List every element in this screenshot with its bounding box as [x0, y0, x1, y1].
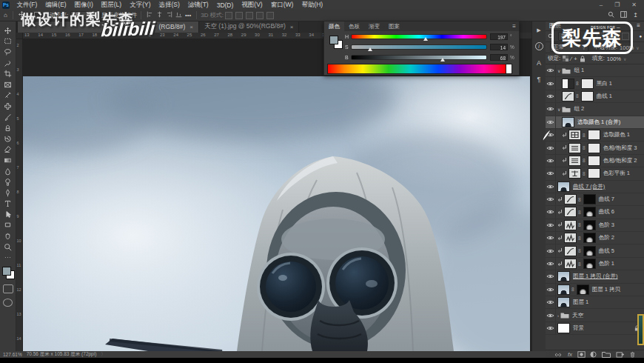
close-tab-icon[interactable]: ×	[290, 24, 294, 30]
workspace-switcher-icon[interactable]	[620, 11, 627, 19]
document-tab-2[interactable]: 天空 (1).jpg @ 50%(RGB/8#) ×	[199, 21, 299, 33]
menu-item-6[interactable]: 选择(S)	[155, 1, 184, 10]
color-panel-tab-3[interactable]: 渐变	[364, 21, 384, 31]
layer-thumbnail[interactable]	[557, 182, 570, 192]
slider-thumb[interactable]	[440, 58, 445, 61]
slider-value[interactable]: 14	[490, 44, 508, 50]
zoom-level-field[interactable]: 127.61%	[3, 352, 22, 357]
visibility-eye-icon[interactable]	[546, 309, 556, 321]
blur-tool[interactable]	[1, 166, 15, 177]
path-selection-tool[interactable]	[1, 209, 15, 220]
visibility-eye-icon[interactable]	[546, 219, 556, 231]
layer-thumbnail[interactable]	[562, 117, 574, 127]
new-adjustment-layer-icon[interactable]	[590, 351, 597, 358]
layer-mask-thumbnail[interactable]	[583, 207, 596, 217]
link-layers-icon[interactable]	[554, 352, 563, 358]
menu-item-11[interactable]: 帮助(H)	[298, 1, 327, 10]
zoom-tool[interactable]	[1, 242, 15, 253]
layer-mask-thumbnail[interactable]	[588, 168, 600, 179]
menu-item-9[interactable]: 视图(V)	[238, 1, 266, 10]
3d-mode-icon[interactable]	[246, 12, 253, 19]
spot-healing-tool[interactable]	[1, 101, 15, 112]
layer-row-4[interactable]: ∨组 2	[546, 103, 644, 116]
slider-thumb[interactable]	[423, 37, 428, 41]
color-panel-menu-icon[interactable]: ≡	[512, 23, 519, 30]
slider-track[interactable]	[351, 34, 487, 39]
more-options-icon[interactable]: •••	[185, 12, 191, 19]
lock-transparent-icon[interactable]	[563, 56, 568, 61]
menu-item-5[interactable]: 文字(Y)	[126, 1, 155, 10]
visibility-eye-icon[interactable]	[546, 296, 556, 308]
layer-mask-thumbnail[interactable]	[588, 143, 600, 153]
layer-row-15[interactable]: 8曲线 5	[546, 244, 644, 257]
layer-row-17[interactable]: 图层 1 拷贝 (合并)	[546, 270, 644, 283]
gas-mask-photo[interactable]	[22, 76, 530, 351]
minimize-button[interactable]: –	[600, 1, 603, 8]
menu-item-3[interactable]: 图像(I)	[70, 1, 97, 10]
3d-mode-icon[interactable]	[235, 12, 243, 19]
color-panel-tab-2[interactable]: 色板	[344, 21, 364, 31]
visibility-eye-icon[interactable]	[546, 181, 556, 193]
foreground-color-swatch[interactable]	[2, 267, 11, 276]
rectangular-marquee-tool[interactable]	[1, 36, 15, 47]
menu-item-8[interactable]: 3D(D)	[212, 1, 238, 9]
layer-row-19[interactable]: 图层 1	[546, 296, 644, 309]
slider-value[interactable]: 197	[490, 33, 508, 40]
visibility-eye-icon[interactable]	[546, 64, 556, 76]
lock-all-icon[interactable]	[580, 56, 586, 62]
share-icon[interactable]: ↥	[633, 12, 638, 19]
clone-stamp-tool[interactable]	[1, 122, 15, 133]
layer-row-18[interactable]: 8图层 1 拷贝	[546, 284, 644, 296]
character-panel-icon[interactable]: A	[534, 58, 544, 67]
rectangle-tool[interactable]	[1, 220, 15, 231]
move-tool[interactable]	[1, 25, 15, 36]
type-tool[interactable]	[1, 199, 15, 210]
home-icon[interactable]: ⌂	[4, 12, 7, 19]
new-layer-icon[interactable]	[616, 351, 624, 358]
edit-toolbar-tool[interactable]	[1, 252, 15, 263]
frame-tool[interactable]	[1, 79, 15, 90]
lock-pixels-icon[interactable]: ∕	[571, 56, 571, 62]
chevron-down-icon[interactable]: ∨	[636, 45, 639, 50]
visibility-eye-icon[interactable]	[546, 193, 556, 205]
visibility-eye-icon[interactable]	[546, 232, 556, 244]
lock-position-icon[interactable]: +	[574, 56, 577, 62]
layer-row-3[interactable]: 8曲线 1	[546, 90, 644, 103]
panel-foreground-swatch[interactable]	[329, 36, 338, 44]
close-button[interactable]: ✕	[631, 1, 637, 8]
menu-item-1[interactable]: 文件(F)	[13, 1, 41, 10]
object-selection-tool[interactable]	[1, 58, 15, 69]
layer-thumbnail[interactable]	[557, 284, 570, 295]
visibility-eye-icon[interactable]	[546, 116, 556, 128]
white-swatch[interactable]	[506, 64, 512, 74]
vertical-ruler[interactable]: 234567891011121314	[16, 39, 23, 351]
new-group-icon[interactable]	[602, 351, 611, 358]
brush-tool[interactable]	[1, 112, 15, 123]
layer-mask-thumbnail[interactable]	[588, 156, 600, 166]
menu-item-4[interactable]: 图层(L)	[97, 1, 125, 10]
document-size-info[interactable]: 70.56 厘米 x 105.83 厘米 (72ppi)	[27, 351, 97, 358]
layer-row-6[interactable]: 8选取颜色 1	[546, 129, 644, 141]
hand-tool[interactable]	[1, 230, 15, 242]
dodge-tool[interactable]	[1, 176, 15, 187]
quick-mask-button[interactable]	[3, 284, 13, 293]
slider-track[interactable]	[351, 55, 487, 60]
layer-row-7[interactable]: 8色相/饱和度 3	[546, 141, 644, 154]
layer-mask-thumbnail[interactable]	[577, 284, 589, 295]
layer-row-20[interactable]: ›天空	[546, 309, 644, 322]
panel-menu-icon[interactable]: ≡	[637, 22, 640, 29]
layer-row-14[interactable]: 8色阶 2	[546, 232, 644, 244]
visibility-eye-icon[interactable]	[546, 167, 556, 179]
search-icon[interactable]	[608, 11, 614, 19]
slider-value[interactable]: 68	[490, 54, 508, 61]
history-brush-tool[interactable]	[1, 133, 15, 144]
layer-row-8[interactable]: 8色相/饱和度 2	[546, 155, 644, 167]
gradient-tool[interactable]	[1, 155, 15, 166]
close-tab-icon[interactable]: ×	[189, 24, 193, 30]
chevron-down-icon[interactable]: ∨	[623, 56, 626, 61]
add-layer-mask-icon[interactable]	[577, 351, 586, 358]
paragraph-panel-icon[interactable]: ¶	[534, 74, 544, 84]
info-panel-icon[interactable]: i	[534, 41, 544, 51]
visibility-eye-icon[interactable]	[546, 206, 556, 218]
layer-row-2[interactable]: 8黑白 1	[546, 77, 644, 90]
